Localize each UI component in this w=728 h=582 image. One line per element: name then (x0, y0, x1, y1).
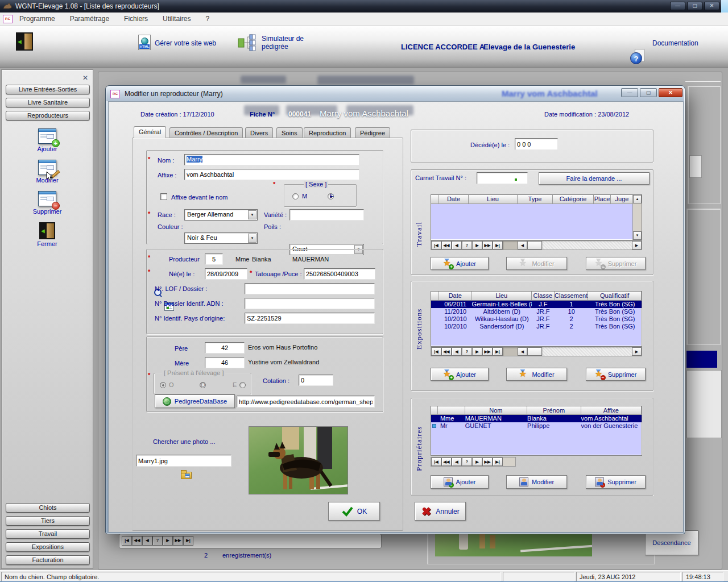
faire-demande-button[interactable]: Faire la demande ... (539, 172, 650, 185)
sidebar-item-facturation[interactable]: Facturation (6, 555, 90, 565)
tab-reproduction[interactable]: Reproduction (304, 127, 351, 138)
couleur-combobox[interactable]: Noir & Feu▼ (184, 232, 258, 244)
tab-soins[interactable]: Soins (276, 127, 303, 138)
documentation-label[interactable]: Documentation (652, 39, 698, 47)
exit-door-icon[interactable]: ◄ (16, 32, 33, 51)
affixe-devant-checkbox[interactable] (160, 193, 167, 200)
nav-fast-back-button[interactable]: ◀◀ (441, 458, 452, 466)
expositions-ajouter-button[interactable]: ★+ Ajouter (431, 368, 489, 381)
close-button[interactable]: ✕ (704, 2, 719, 10)
sexe-m-radio[interactable] (292, 193, 299, 199)
ne-le-field[interactable] (205, 268, 247, 280)
nav-back-button[interactable]: ◀ (452, 347, 462, 356)
scroll-right-button[interactable]: ▶ (632, 241, 642, 250)
travail-ajouter-button[interactable]: ★+ Ajouter (431, 257, 489, 270)
nav-fast-forward-button[interactable]: ▶▶ (482, 458, 493, 466)
ajouter-icon[interactable]: + (38, 128, 56, 144)
annuler-button[interactable]: Annuler (415, 502, 466, 521)
maximize-button[interactable]: ▢ (687, 2, 702, 10)
nav-fast-forward-button[interactable]: ▶▶ (482, 347, 493, 356)
nav-last-button[interactable]: ▶| (493, 241, 503, 250)
menu-parametrage[interactable]: Paramétrage (70, 15, 109, 23)
nav-fast-forward-button[interactable]: ▶▶ (482, 241, 493, 250)
nav-first-button[interactable]: |◀ (431, 458, 441, 466)
nav-forward-button[interactable]: ▶ (472, 241, 482, 250)
sidebar-item-livre-sanitaire[interactable]: Livre Sanitaire (6, 98, 90, 107)
expositions-supprimer-button[interactable]: ★− Supprimer (586, 368, 646, 381)
affixe-field[interactable] (184, 169, 359, 180)
dialog-close-button[interactable]: ✕ (659, 88, 682, 97)
proprietaires-supprimer-button[interactable]: − Supprimer (586, 475, 646, 489)
exposition-row[interactable]: 11/2010 Altdöbern (D) JR.F 10 Très Bon (… (431, 308, 642, 315)
sidebar-item-reproducteurs[interactable]: Reproducteurs (6, 111, 90, 120)
scroll-left-button[interactable]: ◀ (518, 347, 527, 356)
col-prenom[interactable]: Prénom (527, 406, 581, 415)
proprietaire-row[interactable]: Mme MAUERMAN Bianka vom Aschbachtal (431, 415, 642, 422)
producteur-num-field[interactable] (205, 253, 223, 265)
tatouage-field[interactable] (304, 268, 375, 280)
exposition-row[interactable]: 10/2010 Wilkau-Hasslau (D) JR.F 2 Très B… (431, 315, 642, 323)
proprietaires-ajouter-button[interactable]: + Ajouter (431, 475, 489, 489)
travail-vertical-scrollbar[interactable]: ▲▼ (632, 195, 642, 240)
nom-field[interactable]: Marry (184, 154, 359, 165)
tab-pedigree[interactable]: Pédigree (355, 127, 390, 138)
sidebar-action-fermer[interactable]: Fermer (2, 240, 93, 247)
scroll-left-button[interactable]: ◀ (518, 241, 527, 250)
tab-controles-description[interactable]: Contrôles / Description (169, 127, 243, 138)
simulator-label-line1[interactable]: Simulateur de (262, 35, 304, 43)
cotation-field[interactable] (299, 375, 333, 386)
minimize-button[interactable]: — (670, 2, 685, 10)
sidebar-item-tiers[interactable]: Tiers (6, 516, 90, 526)
adn-field[interactable] (245, 298, 375, 309)
exposition-row[interactable]: 10/2010 Sandersdorf (D) JR.F 2 Très Bon … (431, 323, 642, 330)
sidebar-item-livre-entrees-sorties[interactable]: Livre Entrées-Sorties (6, 85, 90, 94)
race-combobox[interactable]: Berger Allemand▼ (184, 209, 258, 221)
pedigree-url-field[interactable] (237, 396, 375, 408)
nav-fast-back-button[interactable]: ◀◀ (441, 347, 452, 356)
nav-search-button[interactable]: ? (462, 458, 472, 466)
nav-search-button[interactable]: ? (152, 536, 163, 546)
expositions-modifier-button[interactable]: ★ Modifier (506, 368, 567, 381)
dialog-minimize-button[interactable]: — (621, 88, 638, 97)
pere-num-field[interactable] (205, 342, 245, 354)
website-html-icon[interactable]: HTML (138, 35, 151, 50)
col-nom[interactable]: Nom (465, 406, 527, 415)
menu-programme[interactable]: Programme (19, 15, 55, 23)
col-type[interactable]: Type (518, 195, 553, 204)
nav-back-button[interactable]: ◀ (142, 536, 152, 546)
menu-fichiers[interactable]: Fichiers (124, 15, 148, 23)
ok-button[interactable]: OK (328, 502, 380, 521)
dialog-titlebar[interactable]: Marry vom Aschbachtal P.C Modifier un re… (106, 86, 684, 101)
nav-last-button[interactable]: ▶| (493, 458, 503, 466)
col-classe[interactable]: Classe (532, 292, 555, 301)
col-categorie[interactable]: Catégorie (553, 195, 594, 204)
sidebar-close-icon[interactable]: ✕ (82, 74, 88, 82)
pays-origine-field[interactable] (245, 313, 375, 324)
fermer-icon[interactable]: ◄ (39, 222, 55, 239)
proprietaire-row[interactable]: Mr GUENET Philippe von der Guenesterie (431, 422, 642, 430)
pedigree-simulator-icon[interactable] (238, 34, 258, 52)
sidebar-item-expositions[interactable]: Expositions (6, 542, 90, 552)
documentation-icon[interactable]: ? (630, 49, 645, 64)
photo-folder-icon[interactable] (181, 472, 192, 479)
scroll-track[interactable] (542, 347, 632, 356)
nav-first-button[interactable]: |◀ (431, 347, 441, 356)
mere-num-field[interactable] (205, 357, 245, 368)
sidebar-item-travail[interactable]: Travail (6, 529, 90, 539)
website-label[interactable]: Gérer votre site web (155, 39, 216, 47)
dialog-maximize-button[interactable]: ▢ (640, 88, 657, 97)
nav-first-button[interactable]: |◀ (431, 241, 441, 250)
sidebar-action-supprimer[interactable]: Supprimer (2, 208, 93, 215)
scroll-right-button[interactable]: ▶ (632, 347, 642, 356)
nav-forward-button[interactable]: ▶ (472, 458, 482, 466)
supprimer-icon[interactable]: − (38, 191, 56, 206)
simulator-label-line2[interactable]: pédigrée (262, 43, 288, 51)
nav-back-button[interactable]: ◀ (452, 458, 462, 466)
proprietaires-modifier-button[interactable]: Modifier (506, 475, 567, 489)
nav-forward-button[interactable]: ▶ (472, 347, 482, 356)
lof-field[interactable] (245, 283, 375, 294)
col-classement[interactable]: Classement (555, 292, 589, 301)
nav-search-button[interactable]: ? (462, 347, 472, 356)
col-juge[interactable]: Juge (611, 195, 634, 204)
exposition-row[interactable]: 06/2011 Germain-Les-Belles (8 J.F 1 Très… (431, 301, 642, 308)
